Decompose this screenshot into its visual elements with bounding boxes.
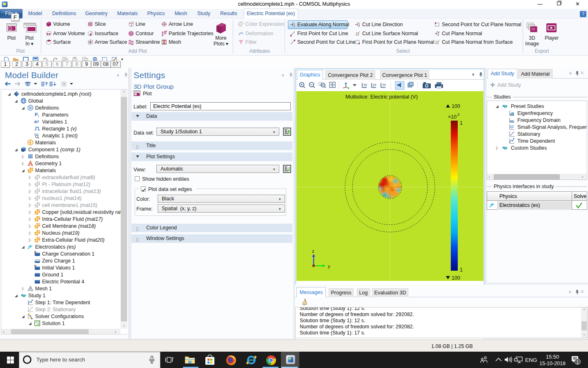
svg-text:100: 100	[452, 103, 460, 109]
svg-text:a=: a=	[34, 119, 39, 124]
svg-text:P: P	[35, 112, 38, 117]
svg-text:i: i	[38, 114, 39, 118]
svg-text:100: 100	[452, 275, 460, 281]
svg-text:×10: ×10	[448, 114, 457, 120]
svg-text:2: 2	[457, 112, 459, 117]
svg-text:1: 1	[460, 120, 463, 126]
svg-text:y: y	[328, 264, 330, 269]
svg-text:z: z	[312, 249, 314, 254]
svg-text:zx: zx	[382, 83, 386, 87]
svg-text:D: D	[34, 265, 36, 267]
svg-text:1: 1	[460, 267, 463, 273]
svg-text:yz: yz	[373, 83, 377, 87]
svg-text:f(x): f(x)	[34, 132, 39, 136]
svg-text:xy: xy	[363, 83, 368, 87]
svg-text:Multislice: Electric potential: Multislice: Electric potential (V)	[345, 94, 418, 100]
svg-text:D: D	[34, 251, 36, 254]
